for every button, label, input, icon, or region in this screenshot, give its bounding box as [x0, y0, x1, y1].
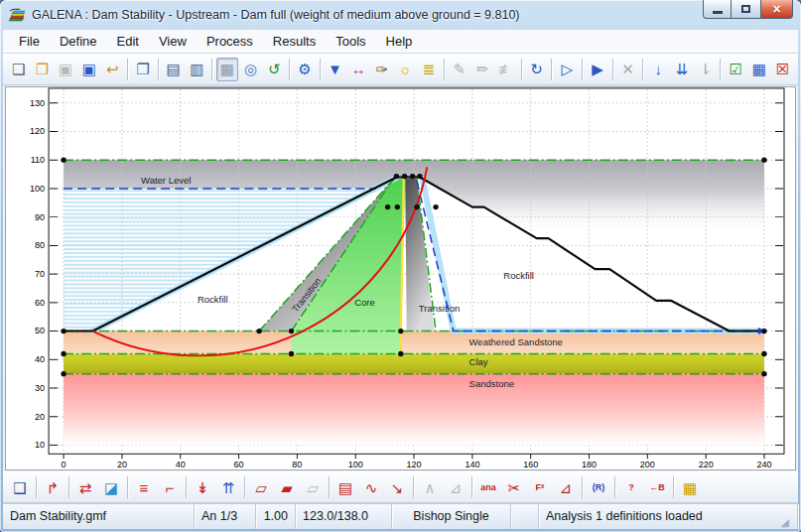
svg-text:110: 110: [31, 155, 45, 165]
toolbar-separator: [444, 59, 445, 80]
grid-search-button[interactable]: ▦: [678, 475, 702, 499]
section-view-panel[interactable]: Water Level Rockfill Transition Core Tra…: [5, 86, 796, 470]
menu-view[interactable]: View: [149, 31, 197, 52]
back-analysis-button[interactable]: ←B: [645, 475, 669, 499]
svg-text:20: 20: [35, 412, 45, 422]
revert-file-button[interactable]: ↩: [102, 58, 124, 81]
process-button[interactable]: ▷: [556, 58, 578, 81]
menu-define[interactable]: Define: [50, 31, 107, 52]
toolbar-separator: [68, 476, 69, 498]
page-setup-button[interactable]: ▤: [163, 58, 185, 81]
sort-both-button[interactable]: ⇊: [671, 58, 693, 81]
distributed-load-button[interactable]: ▤: [334, 475, 357, 499]
close-button[interactable]: ×: [760, 0, 793, 19]
stop-button[interactable]: ✕: [617, 58, 639, 81]
soil-layers: [64, 332, 764, 446]
menu-process[interactable]: Process: [197, 31, 263, 52]
edit-polygon-button[interactable]: ⊿: [554, 475, 578, 499]
toolbar-separator: [582, 476, 583, 498]
toolbar-separator: [642, 59, 643, 80]
material-profiles-button[interactable]: ≡: [132, 475, 156, 499]
view-window-button[interactable]: ❑: [8, 475, 32, 499]
tips-button[interactable]: ☼: [395, 58, 417, 81]
cut-surface-button[interactable]: ✂: [502, 475, 526, 499]
radius-spacing-button[interactable]: (R): [587, 475, 610, 499]
save-as-button[interactable]: ▣: [78, 58, 100, 81]
filter-button[interactable]: ▼: [325, 58, 346, 81]
svg-text:200: 200: [640, 460, 655, 469]
menu-tools[interactable]: Tools: [326, 31, 375, 52]
label-water-level: Water Level: [141, 175, 191, 186]
verify-analyses-button[interactable]: ☑: [725, 58, 746, 81]
close-icon: ×: [772, 2, 780, 16]
delete-analyses-button[interactable]: ☒: [772, 58, 794, 81]
svg-text:80: 80: [35, 240, 45, 250]
circular-surface-button[interactable]: ▱: [249, 475, 273, 499]
point-load-button[interactable]: ↘: [385, 475, 409, 499]
extents-button[interactable]: ↔: [347, 58, 369, 81]
toolbar-separator: [521, 59, 522, 80]
tree-view-button[interactable]: ≣: [418, 58, 440, 81]
zoom-button[interactable]: ◎: [240, 58, 262, 81]
restraint-b-button[interactable]: ⊿: [444, 475, 467, 499]
settings-button[interactable]: ⚙: [294, 58, 316, 81]
open-file-button[interactable]: ❒: [32, 58, 54, 81]
refresh-button[interactable]: ↺: [263, 58, 285, 81]
process-all-button[interactable]: ▶: [587, 58, 608, 81]
status-message: Analysis 1 definitions loaded◢: [539, 504, 798, 529]
noncircular-surface-button[interactable]: ▰: [275, 475, 299, 499]
earthquake-button[interactable]: ∿: [359, 475, 383, 499]
label-core: Core: [354, 297, 375, 308]
toolbar-separator: [320, 59, 321, 80]
phreatic-surface-button[interactable]: ↡: [191, 475, 214, 499]
toolbar-separator: [127, 476, 128, 498]
sandstone-layer: [64, 374, 764, 446]
toolbar-separator: [329, 476, 330, 498]
dam-section-drawing: Water Level Rockfill Transition Core Tra…: [6, 87, 795, 469]
restore-button[interactable]: [732, 0, 760, 19]
label-rockfill-downstream: Rockfill: [503, 271, 534, 282]
new-file-button[interactable]: ❏: [8, 58, 30, 81]
sort-last-button[interactable]: ⇂: [695, 58, 717, 81]
define-axes-button[interactable]: ↱: [41, 475, 65, 499]
label-sandstone: Sandstone: [469, 378, 514, 389]
title-bar[interactable]: GALENA : Dam Stability - Upstream - Dam …: [0, 0, 801, 28]
piezometric-surface-button[interactable]: ⇈: [216, 475, 240, 499]
print-button[interactable]: ▥: [186, 58, 207, 81]
menu-results[interactable]: Results: [263, 31, 326, 52]
svg-text:180: 180: [582, 460, 597, 469]
copy-button[interactable]: ❐: [132, 58, 154, 81]
results-table-button[interactable]: ▦: [748, 58, 770, 81]
svg-text:40: 40: [35, 354, 45, 364]
reprocess-button[interactable]: ↻: [526, 58, 548, 81]
svg-text:120: 120: [407, 460, 422, 469]
define-slope-button[interactable]: ◪: [99, 475, 123, 499]
menu-help[interactable]: Help: [376, 31, 423, 52]
status-file: Dam Stability.gmf: [3, 504, 195, 529]
svg-text:240: 240: [756, 460, 771, 469]
edit-materials-button[interactable]: ✏: [472, 58, 494, 81]
query-surface-button[interactable]: ?: [619, 475, 643, 499]
define-toolbar: ❑↱⇄◪≡⌐↡⇈▱▰▱▤∿↘∧⊿ana✂Fˣ⊿(R)?←B▦: [3, 471, 798, 503]
save-button[interactable]: ▣: [55, 58, 76, 81]
svg-text:60: 60: [234, 460, 244, 469]
edit-surfaces-button[interactable]: ✎: [449, 58, 470, 81]
profile-step-button[interactable]: ⌐: [158, 475, 182, 499]
properties-button[interactable]: ✑: [371, 58, 393, 81]
resize-grip-icon[interactable]: ◢: [781, 517, 790, 529]
status-coords: 123.0/138.0: [296, 504, 392, 529]
annotate-button[interactable]: ana: [476, 475, 500, 499]
svg-text:0: 0: [62, 460, 67, 469]
menu-file[interactable]: File: [9, 31, 50, 52]
svg-text:100: 100: [348, 460, 363, 469]
surface-disabled-button[interactable]: ▱: [301, 475, 325, 499]
restraint-a-button[interactable]: ∧: [418, 475, 442, 499]
sort-down-button[interactable]: ↓: [647, 58, 669, 81]
minimize-button[interactable]: [703, 0, 732, 19]
function-button[interactable]: Fˣ: [528, 475, 552, 499]
menu-edit[interactable]: Edit: [107, 31, 149, 52]
grid-toggle-button[interactable]: ▦: [216, 58, 238, 81]
status-scale: 1.00: [256, 504, 296, 529]
swap-surfaces-button[interactable]: ⇄: [73, 475, 97, 499]
edit-restraints-button[interactable]: ≢: [495, 58, 517, 81]
